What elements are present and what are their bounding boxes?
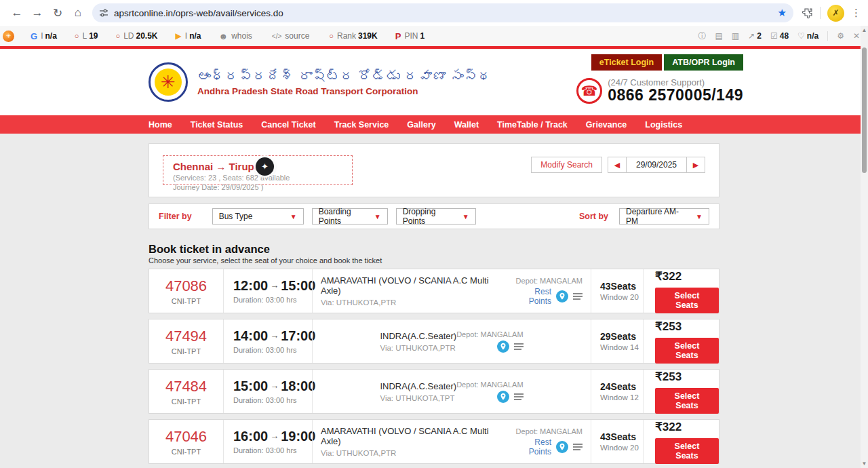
nav-item-2[interactable]: Cancel Ticket [261, 120, 315, 130]
dropdown-arrow-icon: ▼ [374, 213, 381, 220]
dropping-points-dropdown[interactable]: Dropping Points ▼ [396, 208, 476, 225]
arrival-time: 19:00 [281, 429, 315, 444]
arrival-time: 15:00 [281, 278, 315, 293]
browser-menu-icon[interactable]: ⋮ [851, 7, 861, 19]
journey-date-value: 29/09/2025 [626, 157, 687, 172]
departure-time: 15:00 [233, 378, 268, 393]
seo-info-icon[interactable]: ⓘ [698, 31, 707, 42]
sort-by-label: Sort by [579, 212, 608, 221]
time-arrow-icon: → [270, 431, 279, 441]
scroll-down-arrow-icon[interactable]: ▼ [861, 461, 868, 467]
service-route-code: CNI-TPT [172, 297, 201, 305]
location-pin-icon[interactable] [497, 340, 509, 353]
scroll-up-arrow-icon[interactable]: ▲ [861, 27, 868, 33]
boarding-points-value: Boarding Points [319, 207, 369, 226]
seats-available: 43Seats [600, 281, 643, 292]
seo-external-links[interactable]: ↗2 [748, 31, 762, 41]
rest-points-link[interactable]: Rest Points [510, 287, 551, 306]
phone-icon: ☎ [576, 78, 602, 104]
eticket-login-button[interactable]: eTicket Login [591, 54, 662, 71]
next-date-button[interactable]: ▶ [687, 157, 705, 172]
logo-wheel-icon: ✳ [161, 73, 176, 91]
prev-date-button[interactable]: ◀ [608, 157, 626, 172]
page-title: Book ticket in advance [149, 243, 719, 256]
service-timing: 15:00→18:00 [233, 378, 312, 394]
toolbar-divider [820, 7, 821, 19]
nav-item-4[interactable]: Gallery [407, 120, 435, 130]
seo-metric-2[interactable]: ○ LD 20.5K [116, 31, 158, 41]
window-seats: Window 14 [600, 343, 643, 351]
seo-metric-1[interactable]: ○ L 19 [75, 31, 98, 41]
nav-item-6[interactable]: TimeTable / Track [497, 120, 568, 130]
select-seats-button[interactable]: Select Seats [655, 338, 719, 364]
service-timing: 14:00→17:00 [233, 328, 312, 344]
reload-button[interactable]: ↻ [47, 3, 68, 22]
back-button[interactable]: ← [7, 3, 27, 22]
rest-points-link[interactable]: Rest Points [510, 437, 551, 456]
seo-metric-5[interactable]: </> source [272, 31, 312, 41]
seo-metric-6-label: Rank [337, 31, 356, 41]
service-timing: 12:00→15:00 [233, 278, 312, 294]
service-depot: Depot: MANGALAM [456, 381, 523, 389]
address-bar[interactable]: apsrtconline.in/oprs-web/avail/services.… [92, 3, 793, 22]
modify-search-button[interactable]: Modify Search [531, 157, 602, 173]
seo-metric-6-icon: ○ [329, 32, 334, 40]
seo-health-metric[interactable]: ♡n/a [797, 31, 818, 41]
service-duration: Duration: 03:00 hrs [233, 346, 312, 354]
select-seats-button[interactable]: Select Seats [655, 438, 719, 464]
seoquake-logo-icon[interactable]: ✳ [3, 31, 14, 42]
boarding-points-dropdown[interactable]: Boarding Points ▼ [312, 208, 388, 225]
page-scrollbar[interactable]: ▲ ▼ [861, 26, 868, 468]
arrival-time: 17:00 [281, 328, 315, 343]
nav-item-8[interactable]: Logistics [645, 120, 682, 130]
profile-avatar[interactable]: ✗ [827, 5, 844, 22]
seo-internal-links[interactable]: ☑48 [770, 31, 789, 41]
seo-settings-gear-icon[interactable]: ⚙ [837, 31, 844, 41]
seo-panel-icon[interactable]: ▤ [715, 31, 723, 41]
nav-item-7[interactable]: Grievance [586, 120, 627, 130]
seo-metric-4[interactable]: ☻ whois [218, 31, 254, 41]
service-number: 47086 [165, 277, 207, 295]
seo-metric-0-value: n/a [45, 31, 56, 41]
seo-metric-0-icon: G [31, 31, 37, 41]
location-pin-icon[interactable] [556, 290, 568, 303]
bus-type-dropdown[interactable]: Bus Type ▼ [212, 208, 304, 225]
seo-metric-6[interactable]: ○ Rank 319K [329, 31, 377, 41]
bookmark-star-icon[interactable]: ★ [778, 7, 787, 19]
bus-type-value: Bus Type [219, 212, 253, 221]
seo-metric-7[interactable]: P PIN 1 [395, 31, 425, 41]
route-details-menu-icon[interactable] [514, 393, 524, 400]
location-pin-icon[interactable] [497, 391, 509, 403]
assistant-overlay-badge[interactable]: ✦ [256, 157, 274, 176]
nav-item-5[interactable]: Wallet [454, 120, 479, 130]
seo-metric-2-label: LD [123, 31, 134, 41]
site-settings-icon[interactable] [99, 8, 108, 18]
sort-dropdown[interactable]: Departure AM-PM ▼ [619, 208, 709, 225]
route-details-menu-icon[interactable] [514, 343, 524, 350]
select-seats-button[interactable]: Select Seats [655, 388, 719, 414]
external-links-count: 2 [757, 31, 762, 41]
location-pin-icon[interactable] [556, 441, 568, 453]
forward-button[interactable]: → [27, 3, 47, 22]
service-via: Via: UTHUKOTA,TPT [380, 394, 456, 402]
url-text[interactable]: apsrtconline.in/oprs-web/avail/services.… [114, 8, 778, 18]
seo-density-icon[interactable]: ▥ [732, 31, 739, 41]
service-number: 47484 [165, 378, 207, 395]
extensions-icon[interactable] [802, 7, 813, 19]
scrollbar-thumb[interactable] [862, 47, 867, 173]
nav-item-0[interactable]: Home [149, 120, 172, 130]
seo-metric-3[interactable]: ▶ I n/a [176, 31, 201, 41]
atb-opr-login-button[interactable]: ATB/OPR Login [664, 54, 743, 71]
route-details-menu-icon[interactable] [573, 444, 583, 450]
seo-metric-0[interactable]: G I n/a [31, 31, 57, 41]
route-details-menu-icon[interactable] [573, 293, 583, 300]
nav-item-3[interactable]: Track Service [334, 120, 389, 130]
home-button[interactable]: ⌂ [68, 3, 88, 22]
seo-close-icon[interactable]: ✕ [853, 31, 860, 41]
seo-metric-3-icon: ▶ [176, 31, 182, 41]
service-list: 47086 CNI-TPT 12:00→15:00 Duration: 03:0… [149, 269, 719, 464]
service-depot: Depot: MANGALAM [456, 330, 523, 338]
nav-item-1[interactable]: Ticket Status [191, 120, 243, 130]
select-seats-button[interactable]: Select Seats [655, 288, 719, 313]
seo-metric-5-label: source [285, 31, 309, 41]
